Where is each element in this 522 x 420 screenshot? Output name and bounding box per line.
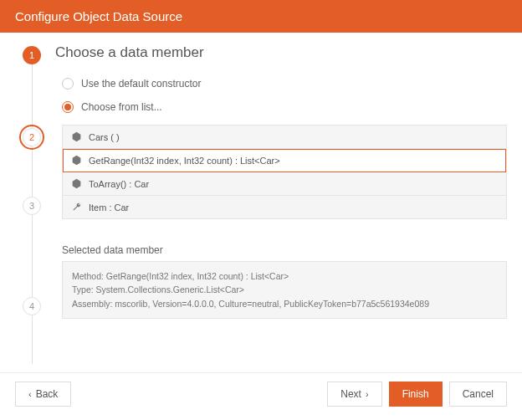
selected-detail-line: Method: GetRange(Int32 index, Int32 coun… bbox=[72, 269, 497, 283]
option-default-label: Use the default constructor bbox=[81, 78, 201, 90]
finish-label: Finish bbox=[402, 388, 429, 400]
wizard-stepper: 1 2 3 4 bbox=[15, 44, 55, 372]
selected-member-header: Selected data member bbox=[62, 244, 507, 256]
step-2: 2 bbox=[23, 128, 41, 146]
list-item-label: GetRange(Int32 index, Int32 count) : Lis… bbox=[89, 156, 280, 166]
dialog-body: 1 2 3 4 Choose a data member Use the def… bbox=[0, 33, 522, 372]
step-3: 3 bbox=[23, 197, 41, 215]
page-title: Choose a data member bbox=[55, 44, 507, 61]
chevron-right-icon: › bbox=[366, 389, 369, 399]
step-1: 1 bbox=[23, 46, 41, 64]
list-item-label: Item : Car bbox=[89, 202, 129, 213]
option-list-label: Choose from list... bbox=[81, 101, 162, 113]
list-item[interactable]: Cars ( ) bbox=[63, 125, 506, 149]
back-label: Back bbox=[36, 388, 59, 400]
method-icon bbox=[71, 178, 82, 189]
cancel-label: Cancel bbox=[463, 388, 494, 400]
radio-checked-icon bbox=[62, 101, 74, 113]
selected-member-details: Method: GetRange(Int32 index, Int32 coun… bbox=[62, 261, 507, 319]
selected-detail-line: Assembly: mscorlib, Version=4.0.0.0, Cul… bbox=[72, 297, 497, 310]
option-choose-from-list[interactable]: Choose from list... bbox=[62, 101, 507, 113]
chevron-left-icon: ‹ bbox=[28, 389, 32, 399]
dialog-footer: ‹ Back Next › Finish Cancel bbox=[0, 372, 522, 415]
selected-detail-line: Type: System.Collections.Generic.List<Ca… bbox=[72, 283, 497, 296]
list-item[interactable]: GetRange(Int32 index, Int32 count) : Lis… bbox=[63, 149, 506, 172]
dialog-header: Configure Object Data Source bbox=[0, 0, 522, 33]
member-list: Cars ( ) GetRange(Int32 index, Int32 cou… bbox=[62, 125, 507, 219]
back-button[interactable]: ‹ Back bbox=[15, 382, 71, 407]
wrench-icon bbox=[71, 202, 82, 213]
option-default-constructor[interactable]: Use the default constructor bbox=[62, 78, 507, 90]
content-area: Choose a data member Use the default con… bbox=[55, 44, 507, 372]
list-item-label: Cars ( ) bbox=[89, 132, 120, 142]
next-button[interactable]: Next › bbox=[327, 382, 381, 407]
cancel-button[interactable]: Cancel bbox=[449, 382, 507, 407]
list-item-label: ToArray() : Car bbox=[89, 179, 149, 189]
method-icon bbox=[71, 131, 82, 142]
radio-icon bbox=[62, 78, 74, 90]
next-label: Next bbox=[340, 388, 361, 400]
finish-button[interactable]: Finish bbox=[389, 382, 443, 407]
step-4: 4 bbox=[23, 297, 41, 315]
list-item[interactable]: ToArray() : Car bbox=[63, 172, 506, 196]
list-item[interactable]: Item : Car bbox=[63, 196, 506, 218]
dialog-title: Configure Object Data Source bbox=[15, 9, 182, 23]
method-icon bbox=[71, 155, 82, 166]
